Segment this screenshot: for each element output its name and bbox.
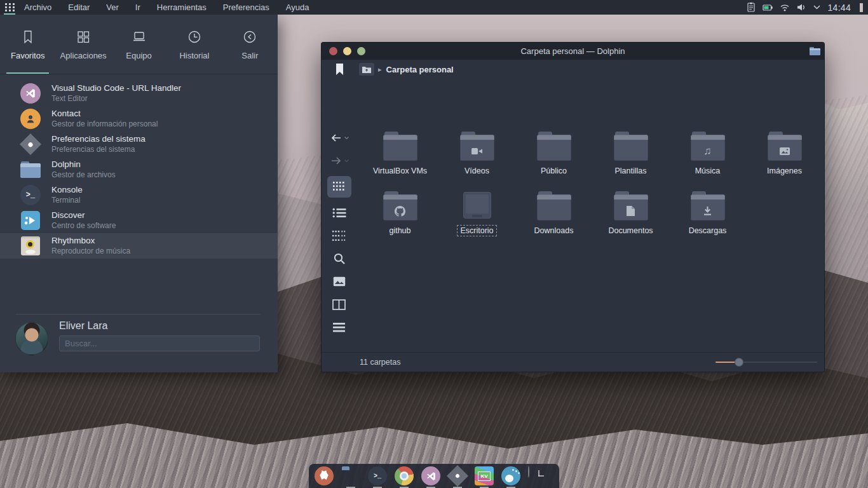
app-name: Rhythmbox xyxy=(51,236,130,247)
chevron-down-icon[interactable] xyxy=(813,4,821,10)
back-button[interactable] xyxy=(330,130,349,146)
folder-item-publico[interactable]: Público xyxy=(517,129,592,187)
app-item-dolphin[interactable]: Dolphin Gestor de archivos xyxy=(0,157,278,182)
tab-aplicaciones[interactable]: Aplicaciones xyxy=(55,15,111,74)
github-icon xyxy=(383,201,417,220)
view-grid-button[interactable] xyxy=(327,176,351,198)
dock-files[interactable] xyxy=(341,466,360,485)
menu-herramientas[interactable]: Herramientas xyxy=(157,3,207,12)
menu-ayuda[interactable]: Ayuda xyxy=(286,3,309,12)
app-item-rhythmbox[interactable]: Rhythmbox Reproductor de música xyxy=(0,233,278,259)
volume-icon[interactable] xyxy=(796,3,806,12)
folder-item-musica[interactable]: ♫ Música xyxy=(670,129,745,187)
caret-down-icon xyxy=(344,159,349,163)
app-name: Kontact xyxy=(51,109,158,119)
window-title: Carpeta personal — Dolphin xyxy=(322,46,824,56)
app-item-discover[interactable]: Discover Centro de software xyxy=(0,208,278,233)
dock-app-blue[interactable] xyxy=(501,466,520,485)
maximize-button[interactable] xyxy=(357,47,365,55)
battery-icon[interactable] xyxy=(763,3,773,13)
apps-grid-icon xyxy=(5,3,15,11)
menu-archivo[interactable]: Archivo xyxy=(24,3,51,12)
forward-button[interactable] xyxy=(330,153,349,168)
tab-label: Equipo xyxy=(126,51,151,60)
app-item-vscode[interactable]: Visual Studio Code - URL Handler Text Ed… xyxy=(0,81,278,106)
tab-historial[interactable]: Historial xyxy=(166,15,222,74)
folder-item-virtualbox-vms[interactable]: VirtualBox VMs xyxy=(363,129,438,187)
document-icon xyxy=(614,201,648,220)
tab-favoritos[interactable]: Favoritos xyxy=(0,15,55,74)
app-item-konsole[interactable]: >_ Konsole Terminal xyxy=(0,182,278,208)
folder-label: Música xyxy=(693,166,723,176)
home-breadcrumb-button[interactable] xyxy=(359,63,374,76)
view-compact-button[interactable] xyxy=(332,228,346,243)
system-tray: 14:44 xyxy=(746,2,868,13)
app-item-preferencias[interactable]: Preferencias del sistema Preferencias de… xyxy=(0,132,278,157)
zoom-slider[interactable] xyxy=(715,358,817,367)
search-button[interactable] xyxy=(333,251,346,266)
folder-item-escritorio[interactable]: Escritorio xyxy=(440,189,515,247)
view-list-button[interactable] xyxy=(332,205,346,220)
tab-label: Aplicaciones xyxy=(60,51,107,60)
folder-item-plantillas[interactable]: Plantillas xyxy=(593,129,668,187)
folder-view[interactable]: VirtualBox VMs Vídeos Público xyxy=(356,120,824,352)
folder-label: Escritorio xyxy=(458,226,496,236)
menu-button[interactable] xyxy=(333,320,345,335)
minimize-button[interactable] xyxy=(343,47,351,55)
folder-item-videos[interactable]: Vídeos xyxy=(440,129,515,187)
settings-diamond-icon xyxy=(20,133,41,155)
search-input[interactable] xyxy=(59,336,260,351)
menu-ir[interactable]: Ir xyxy=(135,3,140,12)
user-name: Eliver Lara xyxy=(59,320,107,332)
dock-clock[interactable] xyxy=(528,466,547,485)
breadcrumb-current[interactable]: Carpeta personal xyxy=(386,65,454,74)
chromium-icon xyxy=(395,466,414,485)
split-view-button[interactable] xyxy=(332,297,346,312)
app-item-kontact[interactable]: Kontact Gestor de información personal xyxy=(0,106,278,132)
network-icon[interactable] xyxy=(780,3,790,12)
music-icon: ♫ xyxy=(691,142,725,161)
dock-kvantum[interactable]: KV xyxy=(475,466,494,485)
vscode-icon xyxy=(421,466,440,485)
dock-terminal[interactable]: >_ xyxy=(368,466,387,485)
menu-ver[interactable]: Ver xyxy=(106,3,119,12)
folder-item-documentos[interactable]: Documentos xyxy=(593,189,668,247)
tab-equipo[interactable]: Equipo xyxy=(111,15,166,74)
person-icon xyxy=(20,109,41,129)
arrow-right-icon xyxy=(330,155,342,166)
clipboard-icon[interactable] xyxy=(746,2,756,13)
folder-item-imagenes[interactable]: Imágenes xyxy=(747,129,822,187)
app-launcher-button[interactable] xyxy=(0,0,19,15)
folder-item-github[interactable]: github xyxy=(363,189,438,247)
breadcrumb-separator: ▸ xyxy=(378,65,382,74)
slider-handle[interactable] xyxy=(735,358,743,367)
menu-editar[interactable]: Editar xyxy=(68,3,90,12)
tab-salir[interactable]: Salir xyxy=(222,15,278,74)
app-description: Centro de software xyxy=(51,221,116,231)
download-icon xyxy=(691,201,725,220)
avatar[interactable] xyxy=(15,322,48,355)
folder-item-downloads[interactable]: Downloads xyxy=(517,189,592,247)
folder-label: github xyxy=(386,226,413,236)
dock-settings[interactable] xyxy=(448,466,467,485)
status-text: 11 carpetas xyxy=(360,358,400,367)
compact-view-icon xyxy=(332,231,346,241)
dock-vscode[interactable] xyxy=(421,466,440,485)
close-button[interactable] xyxy=(329,47,337,55)
show-desktop-button[interactable] xyxy=(860,3,863,12)
dock-chromium[interactable] xyxy=(395,466,414,485)
app-name: Preferencias del sistema xyxy=(51,134,146,145)
list-view-icon xyxy=(332,208,346,218)
preview-button[interactable] xyxy=(333,274,346,289)
title-bar[interactable]: Carpeta personal — Dolphin xyxy=(322,43,824,60)
global-menubar: Archivo Editar Ver Ir Herramientas Prefe… xyxy=(24,3,309,12)
dock-firefox[interactable] xyxy=(315,466,334,485)
folder-item-descargas[interactable]: Descargas xyxy=(670,189,745,247)
folder-icon xyxy=(537,132,571,161)
folder-label: Imágenes xyxy=(764,166,804,176)
split-view-icon xyxy=(332,299,346,310)
clock[interactable]: 14:44 xyxy=(827,3,851,13)
folder-icon xyxy=(614,132,648,161)
places-bookmark-icon[interactable] xyxy=(336,64,344,76)
menu-preferencias[interactable]: Preferencias xyxy=(223,3,269,12)
